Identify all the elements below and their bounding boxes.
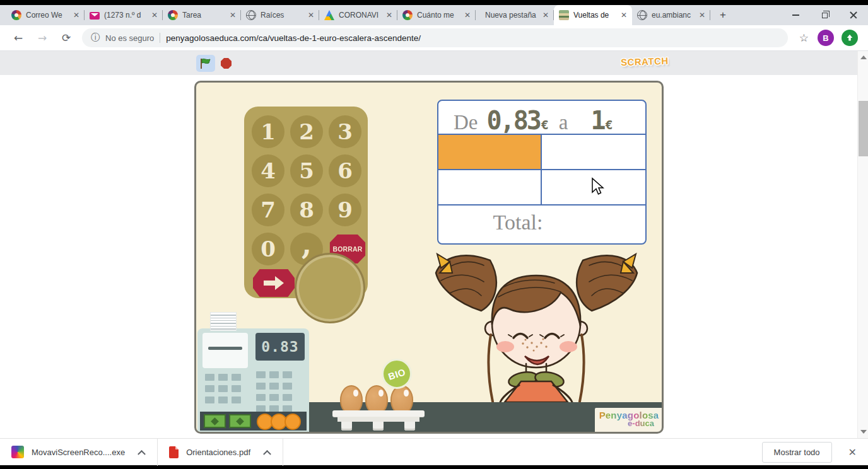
minimize-button[interactable] [781, 5, 810, 25]
printer-slot [208, 347, 242, 350]
key-9[interactable]: 9 [329, 194, 361, 226]
tab-strip: Correo We ✕ (1273 n.º d ✕ Tarea ✕ Raíces… [0, 5, 868, 25]
answer-row-1 [438, 135, 645, 170]
close-window-button[interactable] [839, 5, 868, 25]
tab-close-icon[interactable]: ✕ [386, 11, 392, 20]
tab-tarea[interactable]: Tarea ✕ [163, 5, 241, 25]
euro-sign: € [606, 117, 613, 132]
answer-cell-selected[interactable] [438, 135, 542, 169]
key-6[interactable]: 6 [329, 154, 361, 187]
banknote [229, 414, 251, 428]
tab-label: Raíces [261, 11, 303, 20]
to-amount: 1 [591, 106, 604, 135]
download-item-orientaciones[interactable]: Orientaciones.pdf [158, 439, 283, 465]
scroll-down-arrow-icon[interactable] [860, 430, 867, 434]
movavi-file-icon [11, 446, 24, 458]
egg-carton-group: BIO [336, 359, 431, 432]
penyagolosa-logo: Penyagolosa e-duca [595, 408, 663, 433]
tab-close-icon[interactable]: ✕ [464, 11, 471, 20]
answer-cell[interactable] [542, 135, 645, 169]
tab-close-icon[interactable]: ✕ [230, 11, 236, 20]
page-content: SCRATCH 1 2 3 4 5 6 7 8 9 0 , BORRAR [0, 51, 868, 438]
tab-close-icon[interactable]: ✕ [73, 11, 79, 20]
minimize-icon [792, 14, 799, 16]
forward-button[interactable]: → [34, 30, 50, 46]
close-downloads-bar-icon[interactable]: ✕ [848, 446, 857, 458]
new-tab-button[interactable]: + [714, 6, 732, 24]
carton-foot [373, 422, 384, 431]
girl-illustration [431, 248, 642, 402]
tab-eu-ambianc[interactable]: eu.ambianc ✕ [632, 5, 710, 25]
chevron-up-icon[interactable] [138, 449, 146, 458]
arrow-right-icon [262, 275, 285, 291]
key-2[interactable]: 2 [290, 115, 323, 148]
mouse-cursor [590, 177, 604, 196]
restore-button[interactable] [810, 5, 839, 25]
key-5[interactable]: 5 [290, 154, 323, 187]
stop-button[interactable] [221, 58, 232, 69]
key-8[interactable]: 8 [290, 194, 323, 226]
drive-favicon-icon [324, 10, 334, 20]
problem-statement: De 0,83 € a 1 € [438, 101, 645, 135]
show-all-downloads-button[interactable]: Mostrar todo [762, 442, 832, 463]
tab-close-icon[interactable]: ✕ [542, 11, 549, 20]
scroll-up-arrow-icon[interactable] [860, 55, 867, 59]
tab-close-icon[interactable]: ✕ [151, 11, 158, 20]
tab-close-icon[interactable]: ✕ [621, 11, 627, 20]
key-7[interactable]: 7 [252, 194, 284, 226]
tab-raices[interactable]: Raíces ✕ [241, 5, 319, 25]
green-flag-button[interactable] [196, 55, 215, 72]
egg-carton [332, 410, 425, 417]
answer-cell[interactable] [438, 170, 542, 204]
colorwheel-favicon-icon [402, 10, 413, 20]
pdf-file-icon [169, 446, 179, 458]
key-4[interactable]: 4 [252, 154, 284, 187]
problem-prefix: De [454, 111, 478, 134]
download-filename: Orientaciones.pdf [186, 448, 250, 457]
downloads-bar: MovaviScreenReco....exe Orientaciones.pd… [0, 438, 868, 465]
banknote [204, 414, 226, 428]
coin-plate[interactable] [295, 253, 365, 323]
profile-avatar[interactable]: B [818, 30, 834, 46]
address-bar[interactable]: ⓘ No es seguro penyagolosaeduca.com/ca/v… [82, 28, 788, 47]
register-display-value: 0.83 [261, 339, 298, 355]
page-scrollbar[interactable] [857, 51, 868, 438]
key-1[interactable]: 1 [252, 115, 284, 148]
register-keys-left [205, 374, 241, 403]
tab-close-icon[interactable]: ✕ [699, 11, 705, 20]
tab-correo[interactable]: Correo We ✕ [6, 5, 85, 25]
keypad-grid: 1 2 3 4 5 6 7 8 9 0 , BORRAR [244, 107, 368, 265]
back-button[interactable]: ← [10, 30, 26, 46]
receipt-paper [211, 313, 236, 330]
omnibox-divider [160, 33, 160, 43]
tab-mail-1273[interactable]: (1273 n.º d ✕ [85, 5, 163, 25]
colorwheel-favicon-icon [11, 10, 21, 20]
cash-drawer [200, 412, 307, 431]
register-display: 0.83 [255, 333, 305, 361]
problem-connector: a [559, 111, 568, 134]
extension-upload-icon[interactable] [842, 30, 858, 46]
reload-button[interactable]: ⟳ [58, 30, 74, 46]
carton-foot [341, 422, 352, 431]
scrollbar-thumb[interactable] [859, 101, 868, 156]
tab-coronavi[interactable]: CORONAVI ✕ [319, 5, 397, 25]
download-item-movavi[interactable]: MovaviScreenReco....exe [0, 439, 157, 465]
egg-carton-body [337, 417, 419, 422]
tab-vueltas-active[interactable]: Vueltas de ✕ [554, 5, 632, 25]
chevron-up-icon[interactable] [263, 449, 271, 458]
tab-nueva-pestana[interactable]: Nueva pestaña ✕ [476, 5, 554, 25]
tab-label: Tarea [182, 11, 225, 20]
tab-label: Correo We [26, 11, 69, 20]
url-text: penyagolosaeduca.com/ca/vueltas-de-1-eur… [166, 33, 421, 43]
bookmark-star-icon[interactable]: ☆ [799, 32, 809, 44]
cash-register: 0.83 [197, 328, 309, 434]
key-3[interactable]: 3 [329, 115, 361, 148]
euro-sign: € [541, 117, 549, 132]
security-label: No es seguro [105, 33, 154, 43]
enter-arrow-button[interactable] [253, 269, 295, 297]
key-0[interactable]: 0 [252, 233, 284, 265]
site-info-icon[interactable]: ⓘ [91, 32, 100, 43]
tab-cuanto-me[interactable]: Cuánto me ✕ [397, 5, 476, 25]
tab-label: CORONAVI [339, 11, 382, 20]
tab-close-icon[interactable]: ✕ [308, 11, 314, 20]
